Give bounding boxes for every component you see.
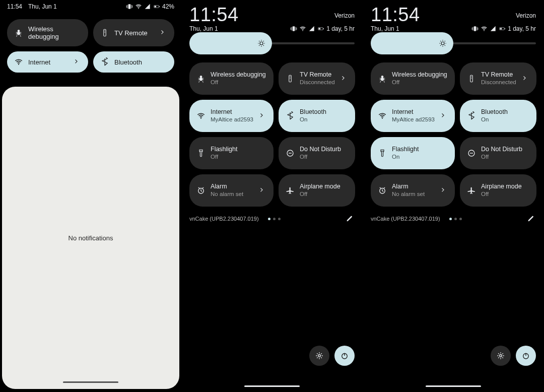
page-dot bbox=[449, 218, 452, 220]
qs-header: 11:54 Verizon bbox=[181, 0, 363, 24]
qs-tile-sub: Off bbox=[481, 190, 522, 198]
qs-tile-label: TV Remote bbox=[114, 29, 148, 37]
qs-tile-sub: MyAltice ad2593 bbox=[211, 116, 253, 123]
qs-tile-tv-remote[interactable]: TV RemoteDisconnected bbox=[460, 62, 536, 95]
build-text: vnCake (UPB2.230407.019) bbox=[189, 216, 259, 222]
qs-tile-wireless-debugging[interactable]: Wireless debuggingOff bbox=[189, 62, 274, 95]
qs-tile-internet[interactable]: InternetMyAltice ad2593 bbox=[371, 100, 455, 132]
qs-time: 11:54 bbox=[189, 5, 239, 24]
power-button[interactable] bbox=[334, 346, 355, 366]
wifi-icon bbox=[196, 111, 206, 120]
qs-tile-label: Alarm bbox=[392, 183, 425, 190]
gear-icon bbox=[315, 351, 324, 360]
dnd-icon bbox=[286, 149, 295, 158]
qs-tile-bluetooth[interactable]: Bluetooth bbox=[93, 51, 174, 73]
qs-tile-label: Wireless debugging bbox=[28, 25, 81, 40]
qs-tile-flashlight[interactable]: FlashlightOff bbox=[189, 137, 274, 169]
qs-tile-label: Do Not Disturb bbox=[481, 146, 522, 153]
brightness-slider[interactable] bbox=[363, 36, 544, 46]
airplane-icon bbox=[286, 186, 295, 195]
page-dots[interactable] bbox=[449, 218, 462, 220]
chevron-right-icon[interactable] bbox=[258, 186, 266, 194]
qs-tile-airplane[interactable]: Airplane modeOff bbox=[460, 174, 536, 207]
chevron-right-icon[interactable] bbox=[159, 29, 167, 37]
qs-date: Thu, Jun 1 bbox=[189, 25, 218, 32]
page-dot bbox=[454, 218, 457, 220]
qs-tile-wireless-debugging[interactable]: Wireless debugging bbox=[7, 19, 88, 46]
battery-icon bbox=[153, 3, 160, 10]
qs-tile-tv-remote[interactable]: TV RemoteDisconnected bbox=[279, 62, 355, 95]
qs-tile-alarm[interactable]: AlarmNo alarm set bbox=[189, 174, 274, 207]
qs-tile-internet[interactable]: InternetMyAltice ad2593 bbox=[189, 100, 274, 132]
notification-panel[interactable]: No notifications bbox=[2, 87, 179, 389]
flashlight-icon bbox=[378, 149, 387, 158]
qs-tile-bluetooth[interactable]: BluetoothOn bbox=[279, 100, 355, 132]
page-dot bbox=[273, 218, 276, 220]
edit-tiles-button[interactable] bbox=[345, 214, 355, 224]
qs-tile-label: Bluetooth bbox=[481, 108, 508, 116]
qs-tile-internet[interactable]: Internet bbox=[7, 51, 88, 73]
qs-tile-label: Alarm bbox=[211, 183, 243, 190]
chevron-right-icon[interactable] bbox=[73, 58, 81, 66]
qs-tiles-grid: Wireless debuggingOff TV RemoteDisconnec… bbox=[181, 46, 363, 211]
edit-tiles-button[interactable] bbox=[526, 214, 536, 224]
qs-tile-dnd[interactable]: Do Not DisturbOff bbox=[279, 137, 355, 169]
qs-tile-tv-remote[interactable]: TV Remote bbox=[93, 19, 174, 46]
bug-icon bbox=[378, 74, 387, 83]
qs-tile-label: Wireless debugging bbox=[211, 71, 266, 79]
remote-icon bbox=[286, 74, 295, 83]
qs-tile-sub: Off bbox=[211, 79, 266, 86]
status-time: 11:54 bbox=[7, 3, 22, 10]
phone-1-notification-shade: 11:54 Thu, Jun 1 42% Wireless debugging … bbox=[0, 0, 181, 392]
qs-tile-label: Internet bbox=[211, 108, 253, 116]
power-icon bbox=[521, 351, 530, 360]
wifi-icon bbox=[299, 25, 306, 32]
page-dot bbox=[278, 218, 281, 220]
chevron-right-icon[interactable] bbox=[440, 112, 448, 120]
qs-tile-bluetooth[interactable]: BluetoothOn bbox=[460, 100, 536, 132]
qs-tiles-grid: Wireless debuggingOff TV RemoteDisconnec… bbox=[363, 46, 544, 211]
qs-tile-label: Flashlight bbox=[392, 146, 419, 153]
signal-icon bbox=[144, 3, 151, 10]
wifi-icon bbox=[14, 57, 23, 67]
qs-header: 11:54 Verizon bbox=[363, 0, 544, 24]
chevron-right-icon[interactable] bbox=[521, 75, 529, 83]
remote-icon bbox=[100, 28, 109, 37]
settings-button[interactable] bbox=[491, 346, 511, 366]
page-dots[interactable] bbox=[268, 218, 281, 220]
flashlight-icon bbox=[196, 149, 206, 158]
battery-percent: 42% bbox=[162, 3, 174, 10]
gesture-handle[interactable] bbox=[426, 385, 481, 387]
pencil-icon bbox=[346, 215, 354, 223]
chevron-right-icon[interactable] bbox=[340, 75, 348, 83]
gesture-handle[interactable] bbox=[244, 385, 300, 387]
brightness-icon bbox=[257, 39, 266, 48]
qs-carrier: Verizon bbox=[334, 12, 355, 19]
qs-tile-sub: Off bbox=[392, 79, 447, 86]
qs-tile-flashlight[interactable]: FlashlightOn bbox=[371, 137, 455, 169]
settings-button[interactable] bbox=[309, 346, 329, 366]
qs-tile-dnd[interactable]: Do Not DisturbOff bbox=[460, 137, 536, 169]
qs-tile-wireless-debugging[interactable]: Wireless debuggingOff bbox=[371, 62, 455, 95]
gesture-handle[interactable] bbox=[63, 381, 118, 383]
brightness-slider[interactable] bbox=[181, 36, 363, 46]
qs-time: 11:54 bbox=[371, 5, 420, 24]
signal-icon bbox=[308, 25, 315, 32]
pencil-icon bbox=[527, 215, 535, 223]
qs-tile-alarm[interactable]: AlarmNo alarm set bbox=[371, 174, 455, 207]
qs-carrier: Verizon bbox=[516, 12, 536, 19]
bluetooth-icon bbox=[467, 111, 476, 120]
status-date: Thu, Jun 1 bbox=[28, 3, 57, 10]
remote-icon bbox=[467, 74, 476, 83]
qs-tile-sub: Disconnected bbox=[481, 79, 516, 86]
page-dot bbox=[459, 218, 462, 220]
wifi-icon bbox=[481, 25, 488, 32]
chevron-right-icon[interactable] bbox=[258, 112, 266, 120]
qs-tile-label: Internet bbox=[392, 108, 435, 116]
quick-tiles-row: Wireless debugging TV Remote Internet Bl… bbox=[0, 14, 181, 78]
alarm-icon bbox=[378, 186, 387, 195]
gear-icon bbox=[496, 351, 505, 360]
qs-tile-airplane[interactable]: Airplane modeOff bbox=[279, 174, 355, 207]
power-button[interactable] bbox=[516, 346, 536, 366]
chevron-right-icon[interactable] bbox=[440, 186, 448, 194]
